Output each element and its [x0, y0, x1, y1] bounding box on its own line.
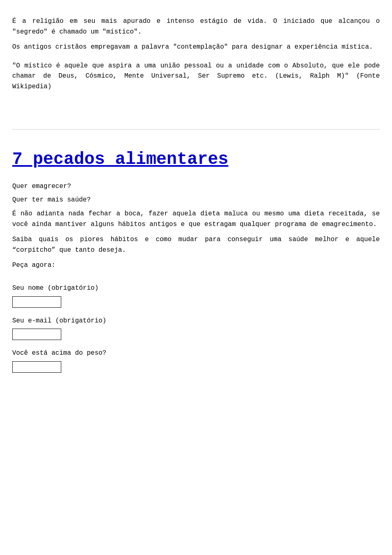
weight-label: Você está acima do peso?: [12, 348, 380, 359]
email-label: Seu e-mail (obrigatório): [12, 316, 380, 327]
article-section: 7 pecados alimentares Quer emagrecer? Qu…: [12, 142, 380, 377]
section-divider: [12, 129, 380, 130]
top-section: É a religião em seu mais apurado e inten…: [12, 8, 380, 117]
article-intro-2: Quer ter mais saúde?: [12, 195, 380, 206]
name-label: Seu nome (obrigatório): [12, 283, 380, 294]
article-intro-1: Quer emagrecer?: [12, 181, 380, 192]
form-section: Seu nome (obrigatório) Seu e-mail (obrig…: [12, 283, 380, 373]
email-input[interactable]: [12, 329, 61, 340]
peca-agora-label: Peça agora:: [12, 260, 380, 271]
quote-block: "O místico é aquele que aspira a uma uni…: [12, 61, 380, 92]
para1: É a religião em seu mais apurado e inten…: [12, 16, 380, 37]
weight-input[interactable]: [12, 361, 61, 373]
quote-text: "O místico é aquele que aspira a uma uni…: [12, 61, 380, 92]
article-title: 7 pecados alimentares: [12, 146, 380, 173]
article-body-1: É não adianta nada fechar a boca, fazer …: [12, 209, 380, 230]
name-input[interactable]: [12, 296, 61, 308]
para2: Os antigos cristãos empregavam a palavra…: [12, 42, 380, 53]
article-body-2: Saiba quais os piores hábitos e como mud…: [12, 235, 380, 255]
